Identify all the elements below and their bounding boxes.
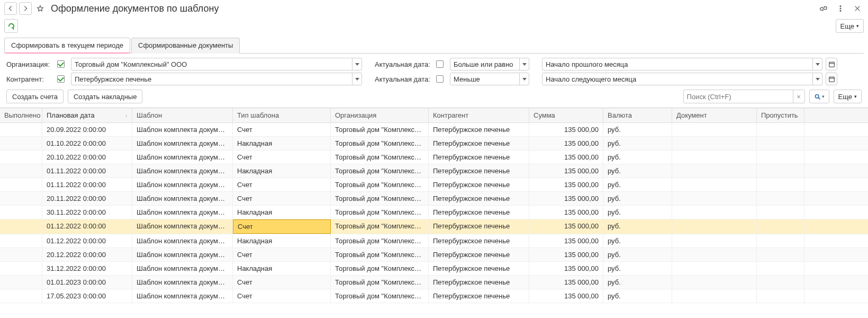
date2-check[interactable] [436,75,444,83]
col-cp[interactable]: Контрагент [429,108,529,122]
cell-date: 20.10.2022 0:00:00 [42,151,132,164]
col-done[interactable]: Выполнено [0,108,42,122]
cell-type: Счет [233,151,331,164]
cell-cur: руб. [603,151,672,164]
cell-doc [672,178,757,191]
svg-rect-3 [829,62,834,67]
refresh-button[interactable] [4,19,18,33]
date1-value[interactable]: Начало прошлого месяца [542,58,822,70]
cell-doc [672,219,757,234]
table-row[interactable]: 20.11.2022 0:00:00Шаблон комплекта докум… [0,192,868,206]
table-row[interactable]: 01.12.2022 0:00:00Шаблон комплекта докум… [0,234,868,248]
cell-cp: Петербуржское печенье [429,276,529,289]
cell-skip [757,206,804,219]
cell-org: Торговый дом "Комплексный... [331,262,429,275]
calendar-icon[interactable] [826,73,837,85]
cell-org: Торговый дом "Комплексный... [331,192,429,205]
col-type[interactable]: Тип шаблона [233,108,331,122]
op1-select[interactable]: Больше или равно [450,58,529,70]
cell-type: Накладная [233,262,331,275]
date1-label: Актуальная дата: [375,60,433,68]
cell-sum: 135 000,00 [529,192,603,205]
cell-cp: Петербуржское печенье [429,262,529,275]
cell-date: 17.05.2023 0:00:00 [42,289,132,303]
cell-cp: Петербуржское печенье [429,219,529,234]
org-check[interactable] [57,60,65,68]
cell-done [0,276,42,289]
col-sum[interactable]: Сумма [529,108,603,122]
cp-input[interactable]: Петербуржское печенье [71,73,362,85]
table-row[interactable]: 01.12.2022 0:00:00Шаблон комплекта докум… [0,219,868,234]
col-template[interactable]: Шаблон [132,108,233,122]
table-row[interactable]: 01.01.2023 0:00:00Шаблон комплекта докум… [0,276,868,289]
cell-type: Накладная [233,206,331,219]
tab-generate-current[interactable]: Сформировать в текущем периоде [4,38,130,54]
kebab-icon[interactable] [834,2,847,15]
cell-done [0,192,42,205]
chevron-down-icon[interactable] [812,58,822,70]
calendar-icon[interactable] [826,58,837,70]
chevron-down-icon[interactable] [519,58,529,70]
cell-template: Шаблон комплекта документ... [132,123,233,136]
col-doc[interactable]: Документ [672,108,757,122]
table-row[interactable]: 01.11.2022 0:00:00Шаблон комплекта докум… [0,178,868,192]
tab-generated-docs[interactable]: Сформированные документы [131,38,240,54]
cell-org: Торговый дом "Комплексный... [331,137,429,150]
close-icon[interactable] [851,2,864,15]
cell-done [0,151,42,164]
col-org[interactable]: Организация [331,108,429,122]
cell-skip [757,262,804,275]
cell-sum: 135 000,00 [529,164,603,178]
forward-button[interactable] [19,2,32,15]
table-row[interactable]: 01.10.2022 0:00:00Шаблон комплекта докум… [0,137,868,151]
chevron-down-icon[interactable] [812,73,822,85]
cell-sum: 135 000,00 [529,289,603,303]
table-row[interactable]: 30.11.2022 0:00:00Шаблон комплекта докум… [0,206,868,219]
cell-cur: руб. [603,178,672,191]
cell-org: Торговый дом "Комплексный... [331,289,429,303]
date2-value[interactable]: Начало следующего месяца [542,73,822,85]
cp-check[interactable] [57,75,65,83]
cell-sum: 135 000,00 [529,234,603,248]
clear-icon[interactable]: × [793,90,804,103]
cell-doc [672,234,757,248]
cell-done [0,164,42,178]
col-plan-date[interactable]: Плановая дата↓ [42,108,132,122]
chevron-down-icon[interactable] [352,58,361,70]
table-row[interactable]: 20.10.2022 0:00:00Шаблон комплекта докум… [0,151,868,164]
col-cur[interactable]: Валюта [603,108,672,122]
create-invoices-button[interactable]: Создать счета [6,90,64,103]
cell-doc [672,206,757,219]
table-row[interactable]: 20.09.2022 0:00:00Шаблон комплекта докум… [0,123,868,137]
date1-check[interactable] [436,60,444,68]
search-field[interactable] [684,93,793,101]
table-row[interactable]: 17.05.2023 0:00:00Шаблон комплекта докум… [0,289,868,303]
cell-sum: 135 000,00 [529,151,603,164]
op2-select[interactable]: Меньше [450,73,529,85]
cell-cur: руб. [603,192,672,205]
cell-type: Накладная [233,137,331,150]
cell-cp: Петербуржское печенье [429,151,529,164]
more-button-grid[interactable]: Еще▾ [834,90,862,103]
create-waybills-button[interactable]: Создать накладные [68,90,142,103]
cell-template: Шаблон комплекта документ... [132,234,233,248]
table-row[interactable]: 20.12.2022 0:00:00Шаблон комплекта докум… [0,248,868,262]
link-icon[interactable] [817,2,830,15]
table-row[interactable]: 01.11.2022 0:00:00Шаблон комплекта докум… [0,164,868,178]
cell-cp: Петербуржское печенье [429,206,529,219]
search-button[interactable]: ▾ [809,90,829,103]
star-icon[interactable] [34,2,47,15]
chevron-down-icon[interactable] [352,73,361,85]
search-input[interactable]: × [683,90,805,103]
cell-skip [757,248,804,261]
cell-sum: 135 000,00 [529,262,603,275]
table-row[interactable]: 31.12.2022 0:00:00Шаблон комплекта докум… [0,262,868,276]
more-button-top[interactable]: Еще▾ [836,19,864,33]
chevron-down-icon[interactable] [519,73,529,85]
cell-done [0,234,42,248]
cell-sum: 135 000,00 [529,248,603,261]
cell-cp: Петербуржское печенье [429,123,529,136]
back-button[interactable] [4,2,17,15]
col-skip[interactable]: Пропустить [757,108,804,122]
org-input[interactable]: Торговый дом "Комплексный" ООО [71,58,362,70]
